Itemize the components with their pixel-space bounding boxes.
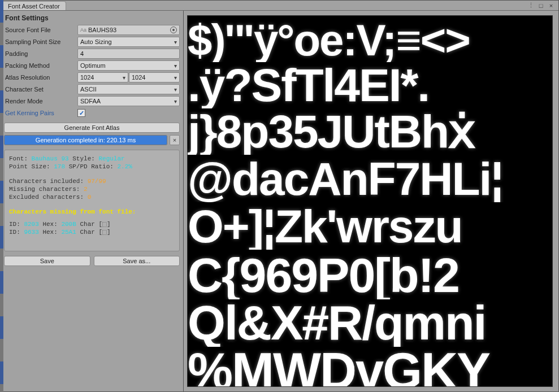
titlebar: Font Asset Creator ⋮ □ × [1, 1, 558, 11]
sampling-row: Sampling Point Size Auto Sizing [4, 36, 180, 47]
charset-row: Character Set ASCII [4, 84, 180, 95]
source-font-label: Source Font File [4, 27, 77, 33]
padding-input[interactable]: 4 [77, 49, 180, 59]
atlas-row: C{969P0[b!2 [188, 251, 552, 299]
settings-panel: Font Settings Source Font File Aa BAUHS9… [1, 11, 184, 391]
kerning-checkbox[interactable]: ✓ [77, 109, 85, 117]
font-atlas-preview: $)'"ÿ°oe:V;≡<> .ÿ?SfTl4EI*. j}8p35JUtBhẋ… [187, 15, 553, 387]
titlebar-icons: ⋮ □ × [527, 1, 558, 10]
atlas-row: $)'"ÿ°oe:V;≡<> [188, 18, 552, 62]
atlas-res-row: Atlas Resolution 1024 1024 [4, 72, 180, 83]
atlas-row: %MWDvGKY [188, 346, 552, 387]
packing-row: Packing Method Optimum [4, 60, 180, 71]
window-root: Font Asset Creator ⋮ □ × Font Settings S… [0, 0, 559, 392]
missing-char-placeholder [102, 222, 107, 227]
atlas-row: Ql&X#R/qmni [188, 298, 552, 347]
generate-button[interactable]: Generate Font Atlas [4, 123, 180, 133]
save-button[interactable]: Save [4, 256, 90, 266]
report-missing-header: Characters missing from font file: [9, 208, 175, 216]
progress-bar: Generation completed in: 220.13 ms [4, 135, 167, 145]
render-row: Render Mode SDFAA [4, 95, 180, 107]
atlas-width-value: 1024 [80, 74, 94, 81]
kerning-row: Get Kerning Pairs ✓ [4, 107, 180, 119]
report-line-font: Font: Bauhaus 93 Style: Regular [9, 155, 175, 163]
sampling-label: Sampling Point Size [4, 38, 77, 45]
report-missing-row-1: ID: 8203 Hex: 200B Char [] [9, 220, 175, 228]
packing-dropdown[interactable]: Optimum [77, 60, 180, 71]
options-icon[interactable]: ⋮ [527, 2, 535, 10]
save-as-label: Save as... [123, 258, 150, 264]
save-label: Save [40, 258, 54, 264]
generate-row: Generate Font Atlas [4, 123, 180, 133]
report-missing-row-2: ID: 9633 Hex: 25A1 Char [] [9, 228, 175, 236]
atlas-width-dropdown[interactable]: 1024 [77, 72, 128, 82]
generate-label: Generate Font Atlas [64, 124, 120, 131]
padding-value: 4 [80, 50, 84, 57]
save-row: Save Save as... [4, 256, 180, 266]
padding-label: Padding [4, 50, 77, 57]
render-label: Render Mode [4, 98, 77, 104]
packing-label: Packing Method [4, 62, 77, 69]
save-as-button[interactable]: Save as... [94, 256, 180, 266]
progress-text: Generation completed in: 220.13 ms [36, 137, 136, 143]
close-icon[interactable]: × [547, 2, 555, 10]
charset-value: ASCII [80, 86, 97, 93]
report-box: Font: Bauhaus 93 Style: Regular Point Si… [4, 150, 180, 251]
kerning-label[interactable]: Get Kerning Pairs [4, 110, 77, 116]
sampling-dropdown[interactable]: Auto Sizing [77, 37, 180, 47]
window-title: Font Asset Creator [8, 3, 60, 10]
atlas-height-value: 1024 [132, 74, 145, 81]
atlas-row: O+]¦Zk'wrszu [188, 203, 552, 250]
packing-value: Optimum [80, 62, 106, 69]
maximize-icon[interactable]: □ [537, 2, 545, 10]
window-tab[interactable]: Font Asset Creator [2, 1, 66, 10]
settings-header: Font Settings [4, 11, 180, 24]
progress-close-button[interactable]: × [170, 135, 180, 145]
object-picker-icon[interactable] [170, 27, 177, 33]
report-line-included: Characters included: 97/99 [9, 177, 175, 185]
render-dropdown[interactable]: SDFAA [77, 96, 180, 106]
preview-panel: $)'"ÿ°oe:V;≡<> .ÿ?SfTl4EI*. j}8p35JUtBhẋ… [184, 11, 558, 391]
missing-char-placeholder [102, 230, 107, 235]
progress-row: Generation completed in: 220.13 ms × [4, 135, 180, 145]
report-line-missing: Missing characters: 2 [9, 185, 175, 193]
window-body: Font Settings Source Font File Aa BAUHS9… [1, 11, 558, 391]
render-value: SDFAA [80, 98, 101, 104]
report-line-pointsize: Point Size: 178 SP/PD Ratio: 2.2% [9, 163, 175, 171]
padding-row: Padding 4 [4, 48, 180, 59]
font-type-icon: Aa [80, 27, 86, 33]
window-left-edge [0, 0, 3, 392]
atlas-row: @dacAnF7HLi¦ [188, 156, 552, 202]
source-font-row: Source Font File Aa BAUHS93 [4, 24, 180, 36]
atlas-height-dropdown[interactable]: 1024 [129, 72, 180, 82]
atlas-res-label: Atlas Resolution [4, 74, 77, 81]
source-font-value: BAUHS93 [88, 27, 116, 33]
charset-dropdown[interactable]: ASCII [77, 84, 180, 94]
sampling-value: Auto Sizing [80, 38, 112, 45]
atlas-row: j}8p35JUtBhẋ [188, 108, 552, 155]
report-line-excluded: Excluded characters: 0 [9, 193, 175, 201]
atlas-row: .ÿ?SfTl4EI*. [188, 62, 552, 108]
source-font-field[interactable]: Aa BAUHS93 [77, 25, 180, 35]
charset-label: Character Set [4, 86, 77, 93]
